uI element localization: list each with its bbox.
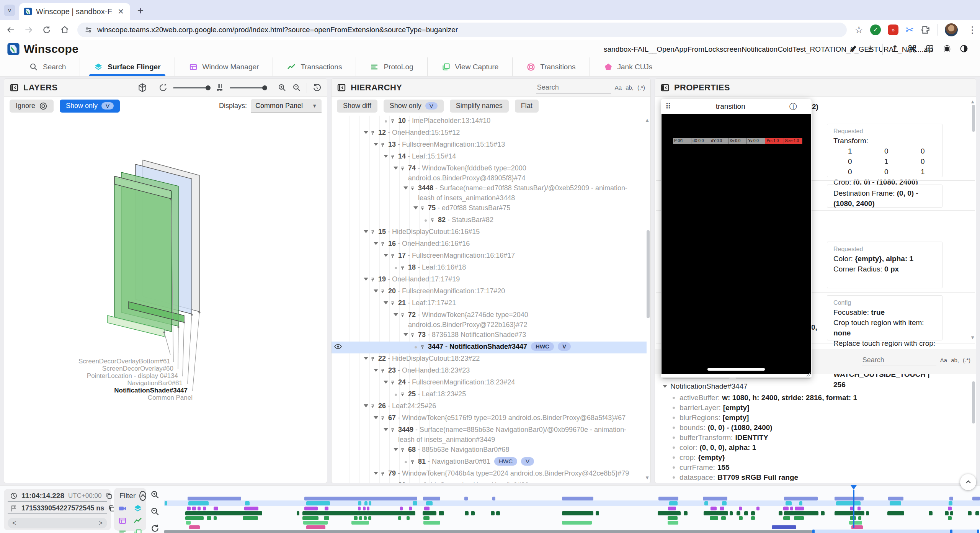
regex-icon[interactable]: (.*): [637, 84, 645, 91]
property-row[interactable]: bufferTransform:IDENTITY: [673, 433, 968, 443]
ignore-button[interactable]: Ignore: [10, 100, 54, 113]
expander-icon[interactable]: [362, 227, 370, 233]
overview-scrollbar[interactable]: [164, 530, 812, 533]
pin-icon[interactable]: [430, 215, 436, 227]
expander-icon[interactable]: [372, 139, 380, 146]
tree-node-23[interactable]: 23 - OneHanded:18:23#23: [332, 365, 647, 377]
edit-icon[interactable]: [849, 44, 858, 55]
tab-close-icon[interactable]: ✕: [116, 7, 126, 16]
collapse-panel-icon[interactable]: [10, 83, 19, 92]
displays-select[interactable]: Common Panel ▼: [251, 99, 322, 113]
pin-icon[interactable]: [380, 139, 387, 151]
expander-icon[interactable]: [372, 286, 380, 293]
viewer-title-bar[interactable]: ⠿ transition ⓘ _: [661, 99, 812, 114]
tree-node-26[interactable]: 26 - Leaf:24:25#26: [332, 401, 647, 413]
pin-icon[interactable]: [380, 413, 387, 425]
overview-left-handle[interactable]: [812, 530, 815, 533]
properties-search-input[interactable]: [862, 355, 936, 366]
timeline-cursor[interactable]: [853, 490, 854, 528]
scene-label[interactable]: NotificationShade#3447: [114, 387, 188, 394]
pin-icon[interactable]: [410, 183, 416, 195]
cube-3d-icon[interactable]: [137, 83, 147, 93]
tree-node-79[interactable]: 79 - WindowToken{7046b4a type=2024 andro…: [332, 468, 647, 480]
tree-node-17[interactable]: 17 - FullscreenMagnification:16:16#17: [332, 250, 647, 262]
timeline-canvas[interactable]: [0, 486, 980, 533]
scene-label[interactable]: Common Panel: [148, 394, 193, 401]
tree-node-10[interactable]: 10 - ImePlaceholder:13:14#10: [332, 116, 647, 128]
pin-icon[interactable]: [400, 389, 407, 401]
tree-node-67[interactable]: 67 - WindowToken{e5176f9 type=2019 andro…: [332, 413, 647, 425]
pin-icon[interactable]: [380, 239, 387, 250]
hierarchy-scrollbar[interactable]: [647, 230, 650, 318]
url-bar[interactable]: winscope.teams.x20web.corp.google.com/pr…: [77, 23, 847, 37]
tree-node-13[interactable]: 13 - FullscreenMagnification:15:15#13: [332, 139, 647, 151]
resize-handle-icon[interactable]: [805, 371, 811, 377]
tab-protolog[interactable]: ProtoLog: [356, 57, 427, 76]
collapse-panel-icon[interactable]: [337, 83, 346, 92]
transition-viewer-window[interactable]: ⠿ transition ⓘ _ P:0/1dX:0.0dY:0.0Xv:0.0…: [661, 99, 812, 378]
profile-avatar[interactable]: [945, 23, 958, 36]
expand-timeline-button[interactable]: [960, 474, 976, 490]
property-row[interactable]: bounds:(0, 0) - (1080, 2400): [673, 423, 968, 433]
new-tab-button[interactable]: +: [135, 5, 146, 17]
home-icon[interactable]: [57, 22, 72, 38]
dark-mode-icon[interactable]: [959, 44, 969, 55]
pin-icon[interactable]: [390, 425, 397, 437]
match-case-icon[interactable]: Aa: [940, 357, 947, 363]
extension-red-icon[interactable]: »: [888, 25, 898, 35]
scroll-up-icon[interactable]: ▲: [645, 117, 650, 123]
tree-node-75[interactable]: 75 - ed70f88 StatusBar#75: [332, 203, 647, 215]
extension-check-icon[interactable]: ✓: [870, 25, 881, 35]
forward-icon[interactable]: [21, 22, 36, 38]
tree-node-3447[interactable]: 3447 - NotificationShade#3447HWCV: [332, 342, 647, 353]
pin-icon[interactable]: [390, 151, 397, 163]
pin-icon[interactable]: [400, 445, 407, 456]
property-row[interactable]: blurRegions:[empty]: [673, 413, 968, 423]
expander-icon[interactable]: [412, 203, 420, 209]
browser-tab[interactable]: Winscope | sandbox-FAIL ✕: [19, 3, 130, 20]
pin-icon[interactable]: [390, 298, 397, 310]
expander-icon[interactable]: [372, 365, 380, 372]
info-icon[interactable]: ⓘ: [789, 101, 797, 112]
tab-window-manager[interactable]: Window Manager: [175, 57, 273, 76]
overview-selection[interactable]: [812, 530, 979, 533]
expander-icon[interactable]: [372, 413, 380, 419]
spacing-slider[interactable]: [230, 87, 266, 88]
scene-label[interactable]: ScreenDecorOverlay#60: [102, 365, 173, 372]
tree-node-82[interactable]: 82 - StatusBar#82: [332, 215, 647, 227]
scene-label[interactable]: ScreenDecorOverlayBottom#61: [78, 358, 170, 365]
tree-node-81[interactable]: 81 - NavigationBar0#81HWCV: [332, 456, 647, 468]
expander-icon[interactable]: [362, 401, 370, 407]
drag-handle-icon[interactable]: ⠿: [665, 102, 672, 111]
tree-node-21[interactable]: 21 - Leaf:17:17#21: [332, 298, 647, 310]
property-row[interactable]: crop:{empty}: [673, 453, 968, 463]
expander-icon[interactable]: [372, 239, 380, 245]
flat-button[interactable]: Flat: [515, 100, 539, 113]
tree-node-25[interactable]: 25 - Leaf:18:23#25: [332, 389, 647, 401]
visibility-eye-icon[interactable]: [334, 342, 342, 351]
pin-icon[interactable]: [420, 203, 426, 215]
upload-icon[interactable]: [890, 44, 900, 55]
regex-icon[interactable]: (.*): [963, 357, 970, 363]
site-info-icon[interactable]: [84, 26, 93, 34]
expander-icon[interactable]: [382, 298, 390, 304]
scene-label[interactable]: PointerLocation - display 0#134: [87, 372, 178, 379]
properties-scrollbar[interactable]: [972, 105, 975, 132]
tab-search[interactable]: Search: [15, 57, 80, 76]
reload-icon[interactable]: [39, 22, 54, 38]
pin-icon[interactable]: [420, 342, 426, 353]
tree-node-80[interactable]: 80 - ace6abb SecondaryHomeHandle0#80: [332, 480, 647, 483]
tree-node-15[interactable]: 15 - HideDisplayCutout:16:16#15: [332, 227, 647, 239]
expander-icon[interactable]: [382, 250, 390, 257]
expander-icon[interactable]: [402, 330, 410, 336]
expander-icon[interactable]: [362, 128, 370, 134]
scroll-down-icon[interactable]: ▼: [970, 335, 975, 340]
simplify-names-button[interactable]: Simplify names: [450, 100, 509, 113]
pin-icon[interactable]: [370, 274, 377, 286]
scroll-down-icon[interactable]: ▼: [645, 475, 650, 481]
bookmark-star-icon[interactable]: ☆: [854, 24, 863, 36]
tab-search-icon[interactable]: v: [4, 5, 15, 16]
expander-icon[interactable]: [382, 425, 390, 431]
pin-icon[interactable]: [370, 401, 377, 413]
back-icon[interactable]: [3, 22, 18, 38]
